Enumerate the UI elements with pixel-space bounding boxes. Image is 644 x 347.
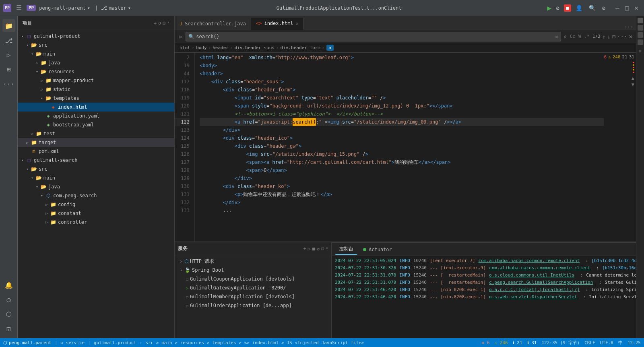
- tree-item-config[interactable]: ▷ 📁 config: [18, 200, 174, 209]
- tree-item-main2[interactable]: ▾ 📂 main: [18, 174, 174, 182]
- hamburger-button[interactable]: ☰: [14, 3, 23, 12]
- right-panel-btn-1[interactable]: [638, 18, 643, 23]
- settings-icon[interactable]: ⚙: [554, 4, 561, 12]
- services-item-gateway[interactable]: ▷ GulimallGatewayApplication :8200/: [175, 283, 331, 292]
- services-refresh-button[interactable]: ↺: [317, 246, 320, 252]
- sidebar-icon-more[interactable]: ···: [2, 77, 15, 90]
- tree-item-templates[interactable]: ▾ 📂 templates: [18, 94, 174, 103]
- code-area[interactable]: <html lang = "en" xmlns:th = "http://www…: [195, 53, 604, 242]
- search-input[interactable]: [196, 34, 553, 39]
- stop-button[interactable]: ■: [564, 4, 571, 12]
- tab-close-icon[interactable]: ✕: [296, 21, 299, 26]
- status-warnings[interactable]: ⚠ 246: [495, 340, 508, 345]
- right-panel-btn-4[interactable]: [638, 39, 643, 45]
- services-collapse-button[interactable]: ⊟: [321, 246, 324, 252]
- sidebar-icon-git[interactable]: ⎇: [2, 34, 15, 47]
- scroll-up-button[interactable]: ▲: [632, 75, 634, 81]
- search-word-button[interactable]: W: [577, 33, 582, 39]
- code-line-129: </div>: [200, 174, 604, 182]
- tree-item-java[interactable]: ▷ 📁 java: [18, 58, 174, 67]
- explorer-action-refresh[interactable]: ↺: [158, 21, 161, 26]
- tree-item-gulimall-search[interactable]: ▾ ◫ gulimall-search: [18, 156, 174, 165]
- search-filter-button[interactable]: ⊟: [612, 33, 615, 40]
- search-reload-button[interactable]: ↺: [563, 33, 568, 39]
- tree-item-main[interactable]: ▾ 📂 main: [18, 50, 174, 58]
- sidebar-icon-git2[interactable]: ◯: [2, 293, 15, 306]
- minimize-button[interactable]: —: [613, 3, 622, 12]
- tree-item-pom-xml[interactable]: m pom.xml: [18, 147, 174, 156]
- branch-selector[interactable]: ⎇ master ▾: [101, 5, 131, 11]
- explorer-dropdown[interactable]: ▾: [167, 21, 169, 26]
- services-item-coupon[interactable]: ◻ GulimallCouponApplication [devtools]: [175, 275, 331, 283]
- breadcrumb-html[interactable]: html: [180, 45, 190, 50]
- search-close-button[interactable]: ✕: [629, 33, 633, 40]
- notifications-icon[interactable]: ⚙: [600, 4, 607, 12]
- user-icon[interactable]: 👤: [574, 4, 584, 12]
- services-item-http[interactable]: ▷ ⬡ HTTP 请求: [175, 257, 331, 266]
- services-run-button[interactable]: ▷: [308, 246, 311, 252]
- tree-item-gulimall-product[interactable]: ▾ ◫ gulimall-product: [18, 32, 174, 41]
- status-module[interactable]: gulimall-product: [94, 340, 136, 345]
- search-next-button[interactable]: ↓: [607, 33, 610, 40]
- tree-item-resources[interactable]: ▾ 📂 resources: [18, 67, 174, 76]
- services-add-button[interactable]: +: [303, 246, 306, 252]
- breadcrumb-body[interactable]: body: [196, 45, 207, 50]
- tab-index-html[interactable]: <> index.html ✕: [251, 18, 303, 30]
- tree-item-java2[interactable]: ▾ 📂 java: [18, 182, 174, 191]
- tab-search-controller[interactable]: J SearchController.java: [175, 18, 251, 30]
- services-item-member[interactable]: ◻ GulimallMemberApplication [devtools]: [175, 292, 331, 301]
- tree-item-constant[interactable]: ▷ 📁 constant: [18, 209, 174, 218]
- tree-item-controller[interactable]: ▷ 📁 controller: [18, 218, 174, 227]
- services-stop-button[interactable]: ■: [312, 246, 315, 252]
- services-item-order[interactable]: ◻ GulimallOrderApplication [de...app]: [175, 301, 331, 310]
- sidebar-icon-bottom2[interactable]: ◱: [2, 322, 15, 335]
- maximize-button[interactable]: □: [623, 3, 632, 12]
- run-button[interactable]: ▶: [547, 4, 551, 12]
- sidebar-icon-run[interactable]: ▷: [2, 48, 15, 61]
- search-clear-button[interactable]: ✕: [555, 33, 558, 40]
- services-more-button[interactable]: ✕: [326, 246, 328, 252]
- console-tab-actuator[interactable]: Actuator: [359, 245, 396, 254]
- search-regex-button[interactable]: .*: [583, 33, 591, 39]
- explorer-action-add[interactable]: +: [154, 21, 157, 26]
- tree-item-com-peng-search[interactable]: ▾ ⬡ com.peng.search: [18, 191, 174, 200]
- breadcrumb-a[interactable]: a: [326, 45, 334, 51]
- right-panel-btn-2[interactable]: [638, 25, 643, 31]
- status-errors[interactable]: ⊗ 6: [482, 340, 490, 345]
- close-button[interactable]: ✕: [632, 3, 641, 12]
- breadcrumb-div-header-sous[interactable]: div.header_sous: [235, 45, 275, 50]
- sidebar-icon-structure[interactable]: ⊞: [2, 63, 15, 76]
- search-prev-button[interactable]: ↑: [602, 33, 605, 40]
- status-service[interactable]: ⊙ service: [61, 340, 85, 345]
- scroll-down-button[interactable]: ▼: [632, 82, 634, 87]
- sidebar-icon-debug[interactable]: ⬡: [2, 308, 15, 320]
- tab-more-button[interactable]: ···: [621, 24, 636, 30]
- search-toggle-button[interactable]: ▷: [178, 33, 184, 40]
- editor-right-panel: ⊗ 6 ⚠ 246 21 31 ▲: [604, 53, 636, 242]
- right-panel-btn-3[interactable]: [638, 32, 643, 38]
- tree-item-index-html[interactable]: ◈ index.html: [18, 103, 174, 112]
- tree-item-test[interactable]: ▷ 📁 test: [18, 129, 174, 138]
- project-selector[interactable]: peng-mall-parent ▾: [39, 5, 90, 11]
- status-encoding[interactable]: UTF-8: [600, 340, 613, 345]
- tree-item-application-yaml[interactable]: ◈ application.yaml: [18, 112, 174, 120]
- status-branch[interactable]: ⬡ peng-mall-parent: [3, 340, 52, 345]
- sidebar-icon-notifications[interactable]: 🔔: [2, 279, 15, 291]
- breadcrumb-div-header-form[interactable]: div.header_form: [281, 45, 320, 50]
- status-crlf[interactable]: CRLF: [584, 340, 595, 345]
- sidebar-icon-explorer[interactable]: 📁: [2, 19, 15, 32]
- tree-item-src2[interactable]: ▾ 📂 src: [18, 165, 174, 174]
- search-case-button[interactable]: Cc: [569, 33, 576, 39]
- tree-item-static[interactable]: ▷ 📁 static: [18, 85, 174, 94]
- tree-item-target[interactable]: ▷ 📁 target: [18, 138, 174, 147]
- search-more-button[interactable]: ···: [617, 33, 627, 40]
- tree-item-bootstrap-yaml[interactable]: ◈ bootstrap.yaml: [18, 120, 174, 129]
- tree-item-mapper-product[interactable]: ▷ 📁 mapper.product: [18, 76, 174, 85]
- explorer-action-collapse[interactable]: ⊟: [163, 21, 166, 26]
- search-icon[interactable]: 🔍: [587, 4, 598, 12]
- services-item-springboot[interactable]: ▾ 🍃 Spring Boot: [175, 266, 331, 275]
- status-lang[interactable]: 中: [618, 340, 623, 346]
- console-tab-console[interactable]: 控制台: [335, 244, 357, 255]
- breadcrumb-header[interactable]: header: [213, 45, 229, 50]
- tree-item-src[interactable]: ▾ 📂 src: [18, 41, 174, 50]
